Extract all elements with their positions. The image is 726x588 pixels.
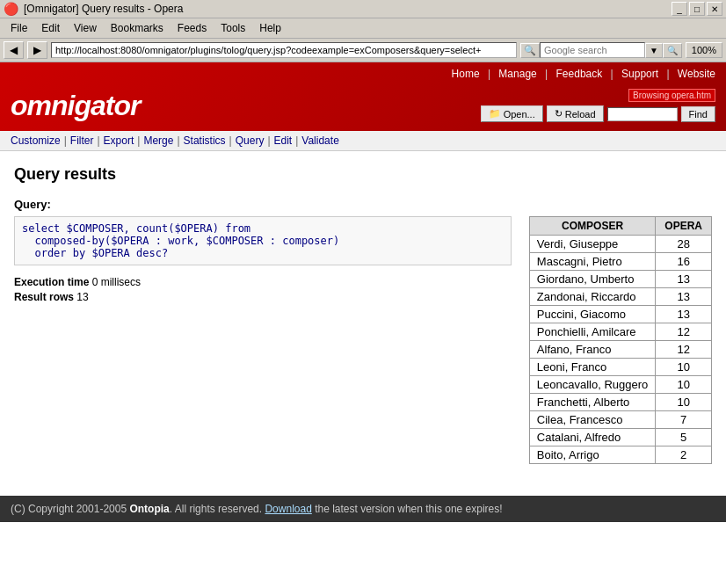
nav-feedback[interactable]: Feedback [556, 68, 603, 80]
folder-icon: 📁 [489, 108, 501, 120]
footer: (C) Copyright 2001-2005 Ontopia. All rig… [0, 496, 726, 522]
query-label: Query: [14, 198, 712, 211]
forward-button[interactable]: ▶ [27, 41, 47, 59]
search-engine-icon: 🔍 [520, 43, 540, 58]
table-row: Leoncavallo, Ruggero10 [529, 376, 711, 394]
cell-composer: Alfano, Franco [529, 341, 655, 359]
results-table-container: COMPOSER OPERA Verdi, Giuseppe28Mascagni… [529, 216, 712, 464]
table-row: Giordano, Umberto13 [529, 271, 711, 288]
footer-text2: the latest version when this one expires… [312, 503, 503, 515]
window-controls[interactable]: _ □ ✕ [672, 2, 722, 16]
subnav-edit[interactable]: Edit [274, 134, 293, 147]
window-title: [Omnigator] Query results - Opera [24, 3, 672, 15]
open-button[interactable]: 📁 Open... [481, 105, 543, 122]
table-row: Zandonai, Riccardo13 [529, 288, 711, 306]
find-button[interactable]: Find [681, 106, 715, 122]
table-row: Alfano, Franco12 [529, 341, 711, 359]
subnav-customize[interactable]: Customize [11, 134, 61, 147]
results-table: COMPOSER OPERA Verdi, Giuseppe28Mascagni… [529, 216, 712, 464]
site-header: Home | Manage | Feedback | Support | Web… [0, 62, 726, 131]
menu-view[interactable]: View [67, 20, 104, 36]
main-content: Query results Query: select $COMPOSER, c… [0, 151, 726, 478]
cell-opera: 2 [656, 446, 712, 464]
reload-button[interactable]: ↻ Reload [547, 105, 604, 122]
address-bar: ◀ ▶ 🔍 ▼ 🔍 100% [0, 39, 726, 62]
menu-help[interactable]: Help [252, 20, 288, 36]
table-row: Franchetti, Alberto10 [529, 394, 711, 411]
cell-opera: 16 [656, 253, 712, 271]
table-header-row: COMPOSER OPERA [529, 217, 711, 236]
minimize-button[interactable]: _ [672, 2, 687, 16]
query-layout: select $COMPOSER, count($OPERA) from com… [14, 216, 712, 464]
cell-opera: 13 [656, 271, 712, 288]
cell-opera: 5 [656, 429, 712, 446]
subnav-query[interactable]: Query [236, 134, 265, 147]
sub-nav: Customize | Filter | Export | Merge | St… [0, 131, 726, 151]
address-input[interactable] [51, 42, 517, 58]
footer-copyright: (C) Copyright 2001-2005 [11, 503, 129, 515]
site-header-top: Home | Manage | Feedback | Support | Web… [0, 62, 726, 82]
nav-support[interactable]: Support [621, 68, 658, 80]
table-row: Verdi, Giuseppe28 [529, 236, 711, 253]
cell-composer: Boito, Arrigo [529, 446, 655, 464]
zoom-display[interactable]: 100% [686, 42, 722, 58]
table-row: Boito, Arrigo2 [529, 446, 711, 464]
cell-composer: Cilea, Francesco [529, 411, 655, 429]
cell-composer: Franchetti, Alberto [529, 394, 655, 411]
site-tools: Browsing opera.htm 📁 Open... ↻ Reload Fi… [481, 89, 715, 122]
exec-time-label: Execution time [14, 276, 89, 288]
menu-bar: File Edit View Bookmarks Feeds Tools Hel… [0, 18, 726, 39]
subnav-filter[interactable]: Filter [70, 134, 94, 147]
exec-info: Execution time 0 millisecs Result rows 1… [14, 276, 512, 303]
footer-text1: . All rights reserved. [170, 503, 265, 515]
back-button[interactable]: ◀ [4, 41, 24, 59]
subnav-validate[interactable]: Validate [301, 134, 338, 147]
subnav-statistics[interactable]: Statistics [184, 134, 226, 147]
menu-feeds[interactable]: Feeds [171, 20, 214, 36]
query-left: select $COMPOSER, count($OPERA) from com… [14, 216, 512, 306]
search-dropdown-button[interactable]: ▼ [645, 43, 663, 58]
exec-time-row: Execution time 0 millisecs [14, 276, 512, 288]
cell-composer: Mascagni, Pietro [529, 253, 655, 271]
result-rows-label: Result rows [14, 291, 74, 303]
find-input[interactable] [607, 107, 678, 121]
search-area: 🔍 ▼ 🔍 [520, 42, 682, 58]
cell-opera: 10 [656, 394, 712, 411]
query-code: select $COMPOSER, count($OPERA) from com… [14, 216, 512, 265]
col-composer: COMPOSER [529, 217, 655, 236]
table-row: Cilea, Francesco7 [529, 411, 711, 429]
maximize-button[interactable]: □ [689, 2, 705, 16]
page-title: Query results [14, 165, 712, 184]
subnav-export[interactable]: Export [104, 134, 134, 147]
cell-opera: 12 [656, 323, 712, 341]
reload-button-label: Reload [565, 109, 596, 120]
table-row: Ponchielli, Amilcare12 [529, 323, 711, 341]
result-rows-row: Result rows 13 [14, 291, 512, 303]
cell-composer: Leoncavallo, Ruggero [529, 376, 655, 394]
nav-manage[interactable]: Manage [498, 68, 536, 80]
table-row: Puccini, Giacomo13 [529, 306, 711, 323]
browsing-label: Browsing opera.htm [628, 89, 715, 102]
table-row: Mascagni, Pietro16 [529, 253, 711, 271]
search-go-button[interactable]: 🔍 [663, 43, 682, 58]
menu-edit[interactable]: Edit [34, 20, 67, 36]
close-button[interactable]: ✕ [707, 2, 722, 16]
nav-website[interactable]: Website [678, 68, 715, 80]
cell-opera: 12 [656, 341, 712, 359]
site-logo: omnigator [11, 90, 140, 122]
table-row: Leoni, Franco10 [529, 359, 711, 376]
site-logo-area: omnigator Browsing opera.htm 📁 Open... ↻… [0, 82, 726, 131]
cell-opera: 28 [656, 236, 712, 253]
subnav-merge[interactable]: Merge [143, 134, 173, 147]
cell-opera: 10 [656, 359, 712, 376]
footer-download-link[interactable]: Download [265, 503, 311, 515]
app-icon: 🔴 [4, 2, 18, 16]
menu-tools[interactable]: Tools [214, 20, 252, 36]
menu-bookmarks[interactable]: Bookmarks [104, 20, 171, 36]
nav-home[interactable]: Home [452, 68, 480, 80]
table-row: Catalani, Alfredo5 [529, 429, 711, 446]
col-opera: OPERA [656, 217, 712, 236]
cell-composer: Leoni, Franco [529, 359, 655, 376]
search-input[interactable] [540, 42, 645, 58]
menu-file[interactable]: File [4, 20, 34, 36]
